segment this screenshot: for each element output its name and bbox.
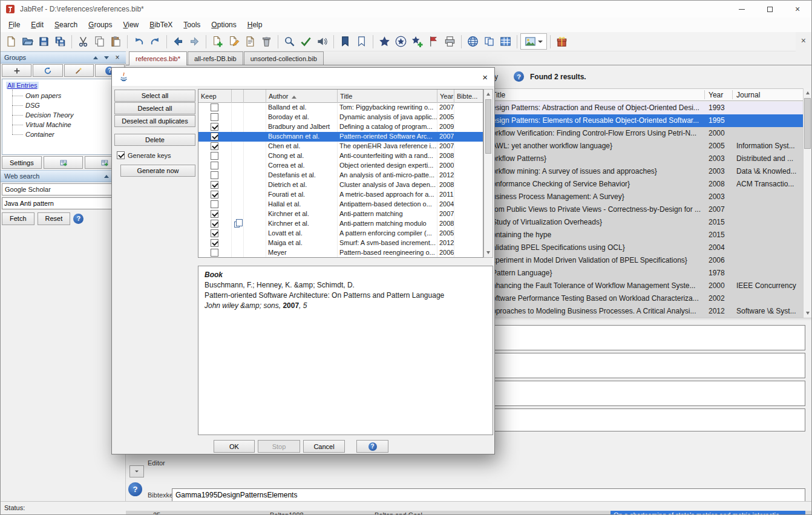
column-header-year[interactable]: Year [437, 90, 454, 103]
menu-item[interactable]: Edit [25, 18, 49, 31]
keep-checkbox[interactable] [211, 200, 218, 208]
cleanup-button[interactable] [298, 33, 314, 50]
edit-entry-button[interactable] [226, 33, 242, 50]
paste-button[interactable] [108, 33, 124, 50]
column-header-icon1[interactable] [232, 90, 244, 103]
mode-select-button[interactable] [520, 33, 547, 50]
column-header-icon2[interactable] [244, 90, 266, 103]
search-button[interactable] [281, 33, 298, 50]
fetcher-select[interactable]: Google Scholar [2, 183, 125, 195]
editor-help-icon[interactable]: ? [128, 482, 142, 496]
plain-entry-button[interactable] [242, 33, 258, 50]
menu-item[interactable]: File [3, 18, 25, 31]
duplicate-row[interactable]: Maiga et al. Smurf: A svm-based incremen… [198, 238, 483, 248]
panel-up-button[interactable] [91, 53, 100, 62]
cancel-button[interactable]: Cancel [303, 440, 345, 453]
menu-item[interactable]: BibTeX [144, 18, 178, 31]
star-button[interactable] [376, 33, 393, 50]
forward-button[interactable] [186, 33, 203, 50]
duplicate-row[interactable]: Fourati et al. A metric-based approach f… [198, 190, 483, 200]
duplicate-row[interactable]: Kirchner et al. Anti-pattern matching mo… [198, 219, 483, 229]
duplicate-row[interactable]: Correa et al. Object oriented design exp… [198, 161, 483, 171]
file-tab[interactable]: references.bib* [129, 51, 187, 65]
file-tab[interactable]: all-refs-DB.bib [188, 51, 243, 65]
scroll-up-button[interactable] [484, 90, 493, 99]
add-group-button[interactable] [2, 64, 31, 77]
group-all-entries[interactable]: All Entries [6, 82, 39, 89]
keep-checkbox[interactable] [211, 133, 218, 140]
duplicate-row[interactable]: Hallal et al. Antipattern-based detectio… [198, 200, 483, 209]
group-item[interactable]: Own papers [10, 91, 124, 100]
bookmark-o-button[interactable] [353, 33, 370, 50]
keep-checkbox[interactable] [211, 123, 218, 131]
duplicate-row[interactable]: Meyer Pattern-based reengineering o... 2… [198, 248, 483, 258]
keep-checkbox[interactable] [211, 220, 218, 228]
panel-up-button[interactable] [102, 172, 111, 180]
column-header-author[interactable]: Author [266, 90, 338, 103]
generate-now-button[interactable]: Generate now [120, 165, 195, 177]
star-plus-button[interactable] [409, 33, 425, 50]
bibtexkey-input[interactable] [172, 488, 805, 502]
duplicate-row[interactable]: Kirchner et al. Anti-pattern matching 20… [198, 209, 483, 219]
editor-tab-label[interactable]: Editor [148, 459, 165, 467]
new-button[interactable] [3, 33, 19, 50]
panel-close-button[interactable]: × [113, 53, 122, 62]
undo-button[interactable] [131, 33, 147, 50]
menu-item[interactable]: Help [242, 18, 268, 31]
dialog-help-button[interactable]: ? [356, 440, 388, 453]
cut-button[interactable] [75, 33, 91, 50]
panel-down-button[interactable] [102, 53, 111, 62]
group-item[interactable]: Container [10, 130, 124, 139]
keep-checkbox[interactable] [211, 229, 218, 237]
star-circle-button[interactable] [393, 33, 409, 50]
generate-keys-checkbox[interactable] [117, 151, 125, 159]
keep-checkbox[interactable] [211, 152, 218, 160]
keep-checkbox[interactable] [211, 249, 218, 257]
keep-checkbox[interactable] [211, 113, 218, 121]
bookmark-button[interactable] [337, 33, 353, 50]
group-settings-button[interactable]: Settings [2, 156, 42, 169]
group-item[interactable]: DSG [10, 100, 124, 110]
help-icon[interactable]: ? [73, 214, 83, 224]
scroll-down-button[interactable] [804, 309, 811, 318]
group-union-button[interactable] [44, 156, 83, 169]
duplicate-row[interactable]: Balland et al. Tom: Piggybacking rewriti… [198, 103, 483, 113]
menu-item[interactable]: View [117, 18, 144, 31]
toolbar-close-button[interactable]: × [801, 36, 806, 45]
maximize-button[interactable] [756, 1, 784, 18]
reset-button[interactable]: Reset [38, 212, 71, 225]
speaker-button[interactable] [314, 33, 330, 50]
table-view-button[interactable] [497, 33, 514, 50]
scrollbar-thumb[interactable] [485, 99, 491, 154]
open-button[interactable] [19, 33, 36, 50]
flag-button[interactable] [425, 33, 442, 50]
column-header-bibtexkey[interactable]: Bibte... [454, 90, 483, 103]
websearch-query-input[interactable] [2, 197, 125, 209]
deselect-all-duplicates-button[interactable]: Deselect all duplicates [114, 115, 195, 127]
column-header-year[interactable]: Year [709, 91, 723, 99]
column-divider[interactable] [704, 90, 705, 99]
group-item[interactable]: Decision Theory [10, 110, 124, 120]
menu-item[interactable]: Search [49, 18, 83, 31]
keep-checkbox[interactable] [211, 239, 218, 247]
duplicate-row[interactable]: Buschmann et al. Pattern-oriented Softwa… [198, 132, 483, 142]
keep-checkbox[interactable] [211, 171, 218, 179]
menu-item[interactable]: Options [206, 18, 241, 31]
minimize-button[interactable] [728, 1, 756, 18]
duplicates-table-scrollbar[interactable] [483, 89, 493, 258]
select-all-button[interactable]: Select all [114, 90, 195, 102]
editor-collapse-button[interactable] [129, 465, 144, 477]
back-button[interactable] [170, 33, 186, 50]
close-button[interactable]: × [784, 1, 811, 18]
delete-button[interactable] [258, 33, 275, 50]
save-all-button[interactable] [52, 33, 68, 50]
column-divider[interactable] [732, 90, 733, 99]
copy-button[interactable] [91, 33, 108, 50]
file-tab[interactable]: unsorted-collection.bib [244, 51, 324, 65]
column-header-title[interactable]: Title [338, 90, 437, 103]
print-button[interactable] [442, 33, 458, 50]
scroll-down-button[interactable] [484, 248, 493, 257]
keep-checkbox[interactable] [211, 162, 218, 169]
duplicate-row[interactable]: Chong et al. Anti-counterfeiting with a … [198, 151, 483, 161]
column-header-keep[interactable]: Keep [198, 90, 232, 103]
